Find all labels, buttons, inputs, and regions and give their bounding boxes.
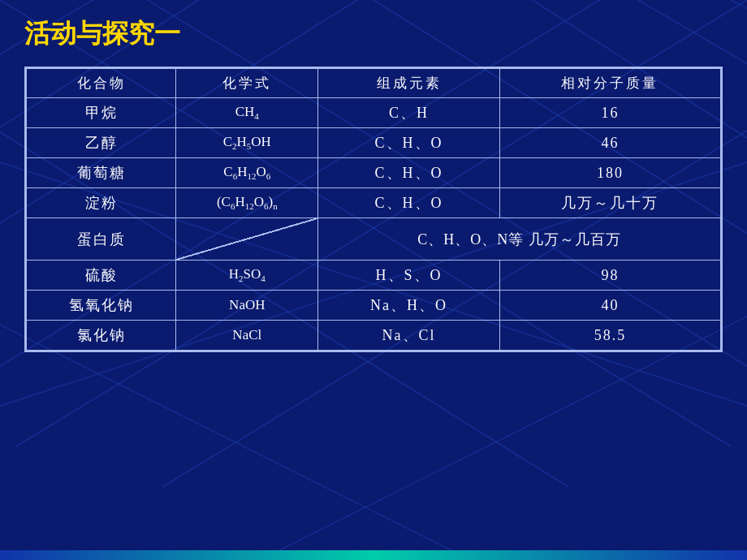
- cell-compound: 氢氧化钠: [27, 291, 176, 321]
- cell-elements: C、H: [318, 98, 500, 128]
- table-row: 葡萄糖C6H12O6C、H、O180: [27, 158, 721, 188]
- table-row: 淀粉(C6H12O6)nC、H、O几万～几十万: [27, 188, 721, 218]
- table-row: 乙醇C2H5OHC、H、O46: [27, 128, 721, 158]
- cell-compound: 蛋白质: [27, 218, 176, 261]
- cell-formula: NaCl: [176, 321, 318, 351]
- cell-compound: 硫酸: [27, 261, 176, 291]
- page-title: 活动与探究一: [24, 16, 723, 52]
- cell-mass: 16: [499, 98, 720, 128]
- col-header-mass: 相对分子质量: [499, 69, 720, 98]
- cell-compound: 甲烷: [27, 98, 176, 128]
- cell-formula: NaOH: [176, 291, 318, 321]
- cell-elements: C、H、O: [318, 158, 500, 188]
- cell-elements: H、S、O: [318, 261, 500, 291]
- cell-mass: 180: [499, 158, 720, 188]
- cell-mass: 58.5: [499, 321, 720, 351]
- cell-elements: Na、Cl: [318, 321, 500, 351]
- cell-formula-diagonal: [176, 218, 318, 261]
- col-header-elements: 组成元素: [318, 69, 500, 98]
- col-header-formula: 化学式: [176, 69, 318, 98]
- cell-elements: C、H、O: [318, 128, 500, 158]
- table-row: 蛋白质C、H、O、N等 几万～几百万: [27, 218, 721, 261]
- cell-formula: (C6H12O6)n: [176, 188, 318, 218]
- cell-mass: 98: [499, 261, 720, 291]
- cell-formula: C6H12O6: [176, 158, 318, 188]
- col-header-compound: 化合物: [27, 69, 176, 98]
- cell-elements: Na、H、O: [318, 291, 500, 321]
- table-row: 氯化钠NaClNa、Cl58.5: [27, 321, 721, 351]
- table-header-row: 化合物 化学式 组成元素 相对分子质量: [27, 69, 721, 98]
- cell-mass: 几万～几十万: [499, 188, 720, 218]
- cell-compound: 淀粉: [27, 188, 176, 218]
- data-table-wrapper: 化合物 化学式 组成元素 相对分子质量 甲烷CH4C、H16乙醇C2H5OHC、…: [24, 67, 723, 352]
- cell-elements: C、H、O: [318, 188, 500, 218]
- table-row: 甲烷CH4C、H16: [27, 98, 721, 128]
- cell-compound: 葡萄糖: [27, 158, 176, 188]
- page-content: 活动与探究一 化合物 化学式 组成元素 相对分子质量 甲烷CH4C、H16乙醇C…: [0, 0, 747, 368]
- table-row: 氢氧化钠NaOHNa、H、O40: [27, 291, 721, 321]
- cell-formula: CH4: [176, 98, 318, 128]
- cell-compound: 氯化钠: [27, 321, 176, 351]
- cell-formula: H2SO4: [176, 261, 318, 291]
- cell-mass: 40: [499, 291, 720, 321]
- cell-formula: C2H5OH: [176, 128, 318, 158]
- cell-compound: 乙醇: [27, 128, 176, 158]
- chemistry-table: 化合物 化学式 组成元素 相对分子质量 甲烷CH4C、H16乙醇C2H5OHC、…: [26, 68, 721, 351]
- cell-mass: 46: [499, 128, 720, 158]
- cell-elements-mass-merged: C、H、O、N等 几万～几百万: [318, 218, 721, 261]
- bottom-bar: [0, 550, 747, 560]
- table-row: 硫酸H2SO4H、S、O98: [27, 261, 721, 291]
